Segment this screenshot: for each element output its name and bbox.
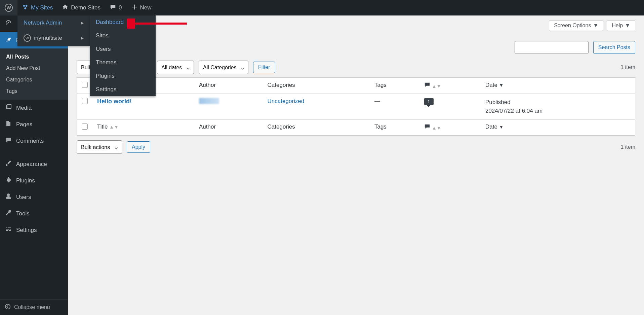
sort-icon: ▲▼	[432, 125, 441, 131]
comments-menu[interactable]: 0	[105, 0, 126, 15]
category-link[interactable]: Uncategorized	[268, 98, 305, 104]
wordpress-logo-icon: W	[5, 4, 13, 12]
comment-count-bubble[interactable]: 1	[424, 98, 434, 105]
chevron-right-icon: ▶	[81, 21, 84, 25]
menu-media[interactable]: Media	[0, 100, 68, 116]
table-footer-row: Title ▲▼ Author Categories Tags ▲▼ Date …	[77, 119, 635, 136]
media-icon	[5, 104, 12, 112]
chevron-right-icon: ▶	[81, 36, 84, 40]
column-author[interactable]: Author	[194, 78, 263, 94]
item-count-top: 1 item	[620, 64, 635, 70]
categories-filter-select[interactable]: All Categories	[199, 61, 248, 74]
select-all-checkbox-top[interactable]	[82, 82, 88, 88]
site-logo-icon: W	[24, 34, 31, 42]
collapse-icon	[5, 304, 11, 311]
author-cell[interactable]	[199, 98, 219, 104]
comment-icon	[110, 4, 116, 12]
annotation-arrow-icon	[127, 19, 188, 29]
column-categories-footer[interactable]: Categories	[263, 119, 370, 136]
sort-icon: ▼	[499, 82, 504, 88]
svg-point-4	[7, 194, 10, 196]
demo-sites-menu[interactable]: Demo Sites	[57, 0, 105, 15]
admin-sidebar: Posts All Posts Add New Post Categories …	[0, 15, 68, 315]
column-comments-footer[interactable]: ▲▼	[419, 119, 481, 136]
search-posts-button[interactable]: Search Posts	[593, 41, 635, 54]
column-tags[interactable]: Tags	[370, 78, 419, 94]
filter-button[interactable]: Filter	[253, 62, 275, 73]
submenu-themes[interactable]: Themes	[90, 56, 156, 69]
submenu-add-new-post[interactable]: Add New Post	[0, 63, 68, 74]
help-button[interactable]: Help ▼	[607, 20, 635, 31]
filter-bar-top: Bulk actions All dates All Categories Fi…	[77, 61, 635, 74]
column-categories[interactable]: Categories	[263, 78, 370, 94]
new-content-menu[interactable]: New	[127, 0, 156, 15]
menu-appearance[interactable]: Appearance	[0, 156, 68, 172]
menu-users-label: Users	[16, 194, 31, 201]
submenu-all-posts[interactable]: All Posts	[0, 51, 68, 63]
wp-logo-menu[interactable]: W	[0, 0, 17, 15]
admin-toolbar: W My Sites Demo Sites 0 New	[0, 0, 644, 15]
my-sites-label: My Sites	[31, 4, 53, 11]
svg-rect-3	[7, 104, 11, 108]
home-icon	[62, 4, 68, 12]
row-checkbox[interactable]	[82, 98, 88, 104]
site-name-label: mymultisite	[34, 35, 62, 41]
comments-count: 0	[119, 4, 122, 11]
submenu-tags[interactable]: Tags	[0, 85, 68, 97]
menu-settings[interactable]: Settings	[0, 222, 68, 238]
sort-icon: ▲▼	[432, 83, 441, 89]
bulk-actions-select-bottom[interactable]: Bulk actions	[77, 140, 122, 154]
menu-tools[interactable]: Tools	[0, 205, 68, 222]
column-date-footer[interactable]: Date ▼	[481, 119, 635, 136]
select-all-checkbox-bottom[interactable]	[82, 124, 88, 130]
column-date[interactable]: Date ▼	[481, 78, 635, 94]
apply-button[interactable]: Apply	[127, 141, 150, 153]
menu-media-label: Media	[16, 105, 32, 111]
comments-icon	[5, 137, 12, 145]
site-item-mymultisite[interactable]: W mymultisite ▶	[17, 30, 90, 46]
submenu-sites[interactable]: Sites	[90, 29, 156, 42]
demo-sites-label: Demo Sites	[71, 4, 100, 11]
filter-bar-bottom: Bulk actions Apply 1 item	[77, 140, 635, 154]
menu-users[interactable]: Users	[0, 189, 68, 205]
collapse-label: Collapse menu	[14, 304, 50, 310]
dates-filter-select[interactable]: All dates	[157, 61, 194, 74]
sort-icon: ▼	[499, 124, 504, 130]
posts-submenu: All Posts Add New Post Categories Tags	[0, 48, 68, 100]
sort-icon: ▲▼	[109, 124, 119, 130]
brush-icon	[5, 160, 12, 168]
new-label: New	[140, 4, 152, 11]
my-sites-menu[interactable]: My Sites	[17, 0, 57, 15]
column-comments[interactable]: ▲▼	[419, 78, 481, 94]
pages-icon	[5, 120, 12, 129]
comment-icon	[424, 82, 432, 89]
menu-comments[interactable]: Comments	[0, 133, 68, 149]
date-cell: Published 2024/07/22 at 6:04 am	[481, 94, 635, 119]
submenu-plugins[interactable]: Plugins	[90, 69, 156, 83]
column-title-footer[interactable]: Title ▲▼	[92, 119, 194, 136]
table-header-row: Title ▲▼ Author Categories Tags ▲▼ Date …	[77, 78, 635, 94]
submenu-users[interactable]: Users	[90, 42, 156, 56]
menu-comments-label: Comments	[16, 138, 44, 144]
network-admin-item[interactable]: Network Admin ▶	[17, 15, 90, 30]
menu-tools-label: Tools	[16, 210, 30, 217]
column-author-footer[interactable]: Author	[194, 119, 263, 136]
menu-plugins-label: Plugins	[16, 177, 35, 184]
tags-cell: —	[374, 98, 380, 104]
search-row: Search Posts	[77, 41, 635, 54]
network-icon	[22, 4, 28, 12]
search-input[interactable]	[515, 41, 589, 54]
submenu-settings[interactable]: Settings	[90, 83, 156, 96]
menu-pages[interactable]: Pages	[0, 116, 68, 133]
menu-plugins[interactable]: Plugins	[0, 172, 68, 189]
menu-settings-label: Settings	[16, 227, 37, 234]
my-sites-flyout: Network Admin ▶ W mymultisite ▶ Dashboar…	[17, 15, 90, 46]
collapse-menu[interactable]: Collapse menu	[0, 299, 68, 315]
column-tags-footer[interactable]: Tags	[370, 119, 419, 136]
menu-appearance-label: Appearance	[16, 161, 47, 168]
item-count-bottom: 1 item	[620, 144, 635, 150]
screen-options-button[interactable]: Screen Options ▼	[549, 20, 603, 31]
plus-icon	[131, 4, 137, 12]
submenu-categories[interactable]: Categories	[0, 74, 68, 85]
post-title-link[interactable]: Hello world!	[97, 98, 132, 105]
